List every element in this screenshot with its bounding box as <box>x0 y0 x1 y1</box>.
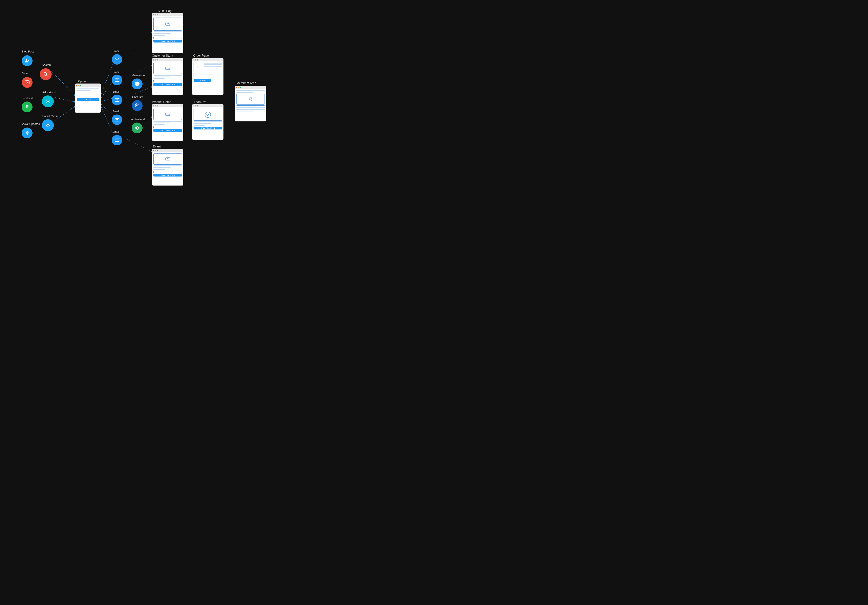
op-input1[interactable] <box>194 73 222 75</box>
op-browser-bar <box>192 58 223 61</box>
svg-point-18 <box>44 73 46 75</box>
svg-line-36 <box>48 124 49 125</box>
pd-line2 <box>153 122 170 124</box>
opt-in-button[interactable]: OPT IN <box>77 98 99 101</box>
svg-point-31 <box>46 125 47 125</box>
buy-now-button[interactable]: BUY NOW <box>194 79 211 82</box>
ty-dot-yellow <box>195 105 196 107</box>
optin-input2[interactable] <box>77 95 99 97</box>
svg-line-63 <box>136 128 137 129</box>
ty-dot-red <box>193 105 194 107</box>
svg-line-1 <box>55 97 75 102</box>
customer-story-window: CALL TO ACTION <box>152 58 183 95</box>
ev-browser-bar <box>152 149 183 152</box>
thank-you-window: CALL TO ACTION <box>192 104 223 140</box>
email5-label: Email <box>112 130 119 133</box>
dot-green <box>80 85 81 86</box>
ma-user-img <box>236 94 265 105</box>
sales-browser-bar <box>152 13 183 16</box>
ma-line1 <box>236 105 265 106</box>
ty-line1 <box>194 121 222 122</box>
sp-dot-red <box>153 14 154 15</box>
svg-line-28 <box>48 102 49 102</box>
svg-line-38 <box>48 125 49 127</box>
email4-label: Email <box>112 110 119 113</box>
ma-line3 <box>236 109 265 110</box>
search-label: Search <box>42 63 51 67</box>
opt-in-label: Opt In <box>78 80 86 83</box>
optin-input1[interactable] <box>77 92 99 94</box>
svg-marker-16 <box>27 82 28 83</box>
sales-cta-button[interactable]: CALL TO ACTION <box>153 40 182 42</box>
ev-line2 <box>153 167 170 168</box>
chat-bot-label: Chat Bot <box>132 95 143 99</box>
cs-input[interactable] <box>153 80 182 82</box>
members-area-window <box>235 86 266 121</box>
svg-point-24 <box>49 102 50 103</box>
ev-input[interactable] <box>153 171 182 173</box>
ad-network-label: Ad Network <box>42 91 57 94</box>
messenger-label: Messenger <box>132 74 146 77</box>
svg-line-2 <box>55 106 75 120</box>
email2-label: Email <box>112 70 119 74</box>
ev-dot-green <box>157 150 158 151</box>
ty-browser-bar <box>192 104 223 107</box>
cs-line2 <box>153 77 170 77</box>
pd-cta-button[interactable]: CALL TO ACTION <box>153 129 182 132</box>
op-dot-green <box>197 59 198 60</box>
podcast-label: Podcast <box>23 96 33 100</box>
svg-line-12 <box>126 139 152 152</box>
pd-input[interactable] <box>153 126 182 128</box>
dot-yellow <box>78 85 79 86</box>
cs-browser-bar <box>152 58 183 61</box>
svg-line-46 <box>27 133 28 134</box>
ty-line2 <box>194 123 211 124</box>
svg-line-44 <box>27 132 28 133</box>
email5-icon <box>112 135 122 145</box>
sales-page-body: CALL TO ACTION <box>152 16 183 44</box>
ma-line-top1 <box>236 90 265 91</box>
svg-line-35 <box>47 124 48 125</box>
pd-body: CALL TO ACTION <box>152 107 183 133</box>
optin-browser-bar <box>75 84 101 87</box>
pd-dot-red <box>153 105 154 107</box>
ty-cta-button[interactable]: CALL TO ACTION <box>194 127 222 130</box>
op-line3 <box>204 66 222 67</box>
svg-line-25 <box>46 100 47 101</box>
svg-point-22 <box>49 99 50 101</box>
ma-line4 <box>236 111 253 111</box>
sp-dot-yellow <box>155 14 156 15</box>
ev-dot-yellow <box>155 150 156 151</box>
svg-line-62 <box>137 127 138 128</box>
svg-point-30 <box>27 108 28 108</box>
sp-line1 <box>153 31 182 32</box>
main-canvas: Blog Post Video Search Ad Network Podcas… <box>0 0 282 195</box>
ty-body: CALL TO ACTION <box>192 107 223 131</box>
order-page-label: Order Page <box>193 54 209 57</box>
order-page-window: BUY NOW <box>192 58 223 95</box>
customer-story-label: Customer Story <box>152 54 173 57</box>
opt-in-form: OPT IN <box>75 84 101 113</box>
op-dot-yellow <box>195 59 196 60</box>
pd-browser-bar <box>152 104 183 107</box>
ev-line1 <box>153 166 182 166</box>
email1-label: Email <box>112 50 119 53</box>
ev-body: CALL TO ACTION <box>152 152 183 178</box>
sp-input[interactable] <box>153 37 182 39</box>
ma-line2 <box>236 107 265 108</box>
op-input2[interactable] <box>194 76 222 78</box>
svg-line-43 <box>26 132 27 133</box>
svg-point-33 <box>49 125 50 125</box>
ev-cta-button[interactable]: CALL TO ACTION <box>153 174 182 176</box>
svg-point-54 <box>138 105 138 106</box>
svg-line-37 <box>47 125 48 127</box>
cs-cta-button[interactable]: CALL TO ACTION <box>153 83 182 86</box>
svg-point-23 <box>46 102 46 103</box>
podcast-icon <box>22 102 33 112</box>
op-body: BUY NOW <box>192 61 223 83</box>
product-demo-label: Product Demo <box>152 100 171 104</box>
ad-network-icon <box>42 95 54 107</box>
social-media-label: Social Media <box>42 115 58 118</box>
op-dot-red <box>193 59 194 60</box>
blog-post-label: Blog Post <box>22 50 34 53</box>
